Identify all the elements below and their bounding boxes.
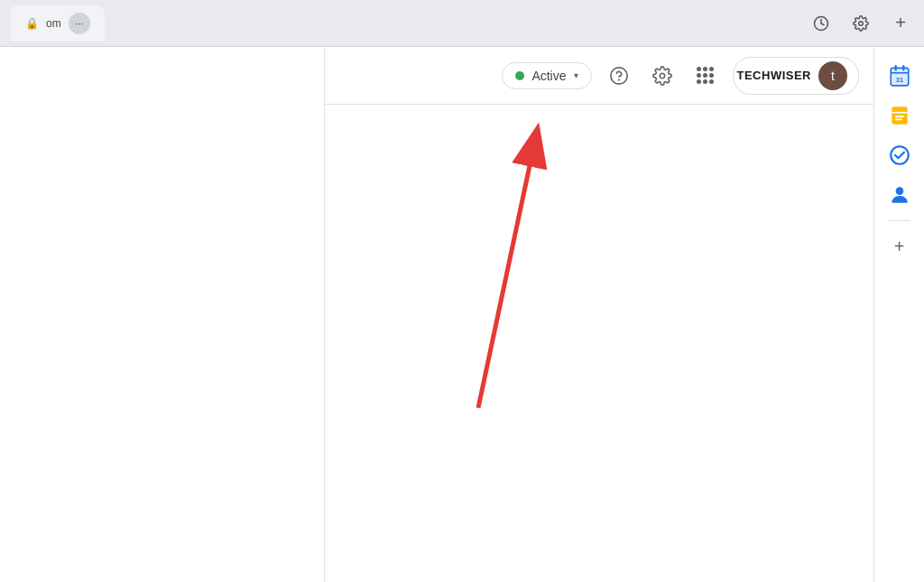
avatar: t (818, 61, 847, 90)
help-button[interactable] (603, 60, 635, 92)
history-button[interactable] (808, 11, 834, 36)
grid-icon (697, 67, 714, 84)
svg-point-18 (895, 187, 903, 195)
sidebar-add-button[interactable]: + (885, 232, 914, 261)
active-status-label: Active (531, 69, 566, 83)
sidebar-item-keep[interactable] (882, 97, 918, 134)
tab-domain: om (46, 17, 61, 30)
sidebar-divider (889, 220, 910, 221)
new-tab-button[interactable]: + (888, 11, 913, 36)
avatar-letter: t (831, 69, 835, 83)
settings-button[interactable] (646, 60, 679, 92)
svg-rect-13 (892, 106, 907, 125)
svg-point-4 (660, 73, 665, 79)
svg-point-1 (859, 21, 864, 25)
sidebar-item-tasks[interactable] (882, 137, 918, 173)
plus-icon: + (894, 236, 905, 257)
tab-more-button[interactable]: ··· (69, 13, 90, 34)
left-panel (0, 47, 325, 582)
browser-bar: 🔒 om ··· + (0, 0, 924, 47)
tab-area: 🔒 om ··· (11, 5, 801, 42)
apps-button[interactable] (689, 60, 722, 92)
svg-point-2 (610, 67, 626, 83)
browser-tab[interactable]: 🔒 om ··· (11, 5, 105, 42)
sidebar-item-calendar[interactable]: 31 (882, 58, 918, 94)
svg-text:31: 31 (895, 76, 902, 84)
browser-settings-button[interactable] (848, 11, 873, 36)
account-area[interactable]: TECHWISER t (733, 57, 860, 95)
annotation-arrow-svg (325, 47, 873, 582)
right-sidebar: 31 (873, 47, 924, 582)
svg-line-6 (478, 144, 534, 408)
account-name: TECHWISER (737, 69, 812, 82)
browser-actions: + (808, 11, 913, 36)
lock-icon: 🔒 (25, 17, 39, 30)
active-status-button[interactable]: Active ▾ (502, 62, 591, 89)
center-content: Active ▾ (325, 47, 873, 582)
chevron-down-icon: ▾ (574, 70, 578, 80)
app-header: Active ▾ (325, 47, 873, 105)
active-status-dot (515, 71, 524, 80)
sidebar-item-contacts[interactable] (882, 177, 918, 213)
main-area: Active ▾ (0, 47, 924, 582)
